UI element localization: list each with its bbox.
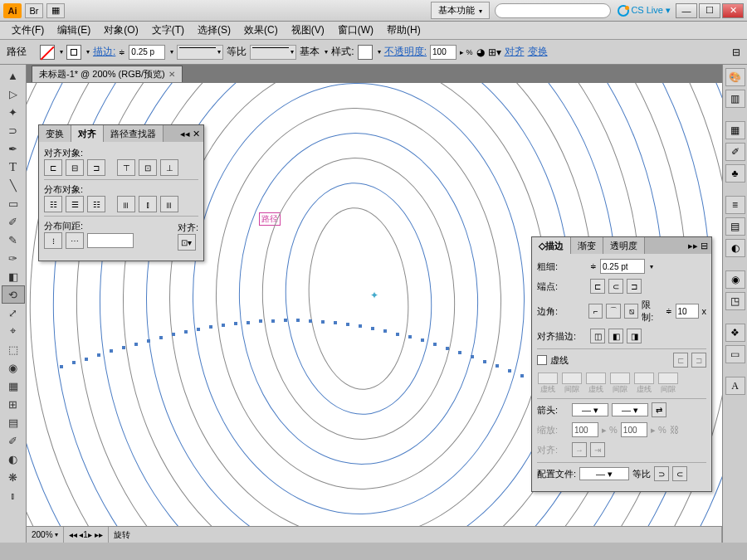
arrange-docs-button[interactable]: ▦: [46, 3, 65, 18]
corner-bevel[interactable]: ⧅: [624, 304, 638, 319]
align-right[interactable]: ⊐: [87, 159, 105, 176]
tool-blob-brush[interactable]: ✑: [2, 249, 25, 267]
dist-left[interactable]: ⫼: [117, 196, 135, 212]
menu-select[interactable]: 选择(S): [191, 22, 237, 39]
profile-select[interactable]: — ▾: [579, 467, 629, 480]
tool-type[interactable]: T: [2, 158, 25, 176]
panel-collapse[interactable]: ◂◂ ✕: [177, 125, 203, 142]
brushes-icon[interactable]: ✐: [725, 143, 745, 161]
align-top[interactable]: ⊤: [117, 159, 135, 176]
cap-projecting[interactable]: ⊐: [627, 279, 642, 294]
corner-miter[interactable]: ⌐: [588, 304, 603, 319]
tool-direct-selection[interactable]: ▷: [2, 85, 25, 103]
panel-collapse-stroke[interactable]: ▸▸ ⊟: [685, 237, 711, 254]
align-stroke-inside[interactable]: ◧: [608, 329, 623, 343]
minimize-button[interactable]: —: [676, 3, 697, 18]
menu-window[interactable]: 窗口(W): [331, 22, 380, 39]
tool-eyedropper[interactable]: ✐: [2, 431, 25, 450]
pathfinder-tab[interactable]: 路径查找器: [104, 125, 164, 142]
dist-top[interactable]: ☷: [44, 196, 62, 212]
align-vcenter[interactable]: ⊡: [139, 159, 157, 176]
dist-bottom[interactable]: ☷: [87, 196, 105, 212]
layers-icon[interactable]: ❖: [725, 324, 745, 342]
tool-rotate[interactable]: ⟲: [2, 285, 25, 304]
transform-tab[interactable]: 变换: [39, 125, 71, 142]
select-similar-icon[interactable]: ⊞▾: [488, 46, 501, 58]
zoom-level[interactable]: 200% ▾: [27, 527, 64, 543]
menu-object[interactable]: 对象(O): [97, 22, 144, 39]
artboard-nav[interactable]: ◂◂ ◂ 1 ▸ ▸▸: [64, 527, 109, 543]
limit-input[interactable]: [676, 304, 699, 319]
tool-paintbrush[interactable]: ✐: [2, 212, 25, 231]
tool-lasso[interactable]: ⊃: [2, 121, 25, 139]
stroke-dropdown[interactable]: ▾: [86, 48, 90, 56]
workspace-switcher[interactable]: 基本功能 ▾: [431, 2, 490, 19]
transform-link[interactable]: 变换: [528, 45, 548, 59]
flip-across[interactable]: ⊂: [672, 466, 687, 481]
tool-mesh[interactable]: ⊞: [2, 395, 25, 413]
menu-view[interactable]: 视图(V): [285, 22, 331, 39]
stroke-weight-drop[interactable]: ▾: [170, 48, 173, 56]
style-swatch[interactable]: [358, 45, 373, 60]
align-to-button[interactable]: ⊡▾: [178, 234, 196, 251]
graphic-styles-icon[interactable]: ◳: [725, 292, 745, 310]
fill-dropdown[interactable]: ▾: [60, 48, 63, 56]
stroke-panel-icon[interactable]: ≡: [725, 196, 745, 214]
controlbar-menu[interactable]: ⊟: [732, 46, 740, 58]
brush-dropdown[interactable]: ▾: [250, 45, 296, 60]
stroke-link[interactable]: 描边:: [93, 45, 115, 59]
arrow-end[interactable]: — ▾: [612, 403, 648, 416]
transparency-tab[interactable]: 透明度: [603, 237, 645, 254]
symbols-icon[interactable]: ♣: [725, 164, 745, 183]
character-icon[interactable]: A: [725, 377, 745, 395]
search-input[interactable]: [495, 3, 611, 18]
limit-stepper[interactable]: ≑: [666, 307, 672, 315]
transparency-icon[interactable]: ◐: [725, 239, 745, 257]
document-tab[interactable]: 未标题-1* @ 200% (RGB/预览) ✕: [32, 66, 183, 82]
stroke-tab[interactable]: ◇ 描边: [532, 237, 571, 254]
close-button[interactable]: ✕: [722, 3, 744, 18]
tool-pen[interactable]: ✒: [2, 139, 25, 158]
dashed-checkbox[interactable]: [537, 355, 547, 365]
swap-arrows[interactable]: ⇄: [652, 402, 666, 417]
spacing-input[interactable]: [87, 233, 134, 248]
opacity-input[interactable]: [430, 45, 456, 60]
menu-effect[interactable]: 效果(C): [237, 22, 285, 39]
tool-perspective[interactable]: ▦: [2, 377, 25, 395]
maximize-button[interactable]: ☐: [699, 3, 720, 18]
tool-pencil[interactable]: ✎: [2, 231, 25, 249]
menu-type[interactable]: 文字(T): [145, 22, 191, 39]
gradient-panel-icon[interactable]: ▤: [725, 217, 745, 236]
swatches-icon[interactable]: ▦: [725, 121, 745, 139]
dist-right[interactable]: ⫼: [160, 196, 178, 212]
tool-scale[interactable]: ⤢: [2, 304, 25, 322]
color-guide-icon[interactable]: ▥: [725, 90, 745, 108]
color-panel-icon[interactable]: 🎨: [725, 68, 745, 86]
weight-input[interactable]: [600, 259, 645, 274]
close-tab-icon[interactable]: ✕: [168, 70, 175, 79]
gradient-tab[interactable]: 渐变: [571, 237, 603, 254]
align-stroke-center[interactable]: ◫: [590, 329, 605, 343]
brush-drop[interactable]: ▾: [325, 48, 328, 56]
appearance-icon[interactable]: ◉: [725, 270, 745, 289]
align-stroke-outside[interactable]: ◨: [627, 329, 642, 343]
cap-butt[interactable]: ⊏: [590, 279, 605, 294]
dist-hspace[interactable]: ⋯: [66, 232, 84, 249]
menu-file[interactable]: 文件(F): [5, 22, 51, 39]
menu-edit[interactable]: 编辑(E): [51, 22, 97, 39]
tool-width[interactable]: ⌖: [2, 322, 25, 340]
stroke-swatch[interactable]: [66, 45, 81, 60]
tool-line[interactable]: ╲: [2, 176, 25, 194]
align-left[interactable]: ⊏: [44, 159, 62, 176]
tool-symbol-sprayer[interactable]: ❋: [2, 468, 25, 486]
corner-round[interactable]: ⌒: [606, 304, 620, 319]
cslive-button[interactable]: CS Live ▾: [631, 5, 671, 16]
align-link[interactable]: 对齐: [505, 45, 525, 59]
weight-stepper[interactable]: ≑: [590, 262, 597, 270]
menu-help[interactable]: 帮助(H): [380, 22, 427, 39]
dist-vcenter[interactable]: ☰: [66, 196, 84, 212]
stroke-weight-input[interactable]: [129, 45, 165, 60]
align-bottom[interactable]: ⊥: [160, 159, 178, 176]
align-tab[interactable]: 对齐: [71, 125, 104, 142]
cap-round[interactable]: ⊂: [608, 279, 623, 294]
